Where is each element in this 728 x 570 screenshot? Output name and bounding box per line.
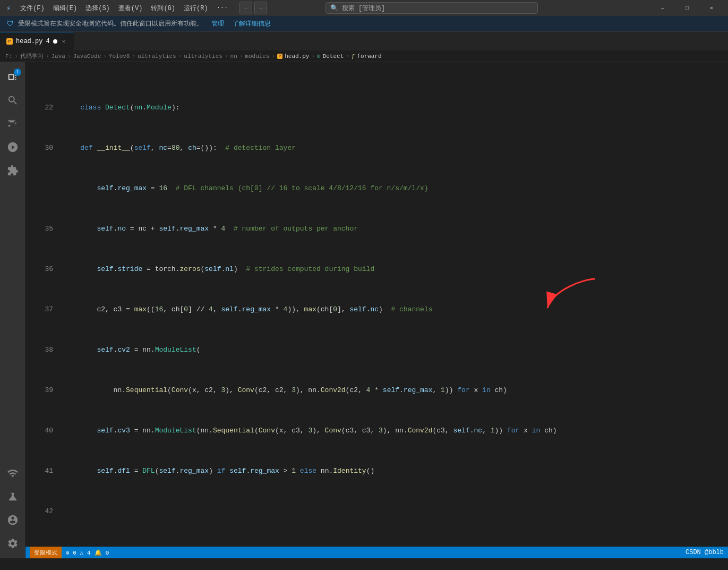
breadcrumb-folder-3: JavaCode [73, 53, 101, 59]
title-bar: ⚡ 文件(F) 编辑(E) 选择(S) 查看(V) 转到(G) 运行(R) ··… [0, 0, 728, 16]
errors-warnings[interactable]: ⊗ 0 △ 4 [66, 549, 90, 556]
settings-icon[interactable] [2, 533, 23, 554]
tab-bar: P head.py 4 ✕ [0, 32, 728, 50]
breadcrumb-folder-2: Java [51, 53, 65, 59]
line-number: 30 [32, 143, 59, 153]
nav-buttons: ← → [239, 2, 267, 14]
line-content: class Detect(nn.Module): [59, 103, 728, 113]
menu-more[interactable]: ··· [212, 2, 233, 14]
status-right: CSDN @bblb [686, 549, 724, 556]
restricted-mode-badge[interactable]: 受限模式 [30, 547, 62, 558]
line-content: self.no = nc + self.reg_max * 4 # number… [59, 224, 728, 234]
tab-number: 4 [46, 38, 49, 45]
menu-run[interactable]: 运行(R) [179, 2, 212, 15]
line-content: def __init__(self, nc=80, ch=()): # dete… [59, 143, 728, 153]
breadcrumb-py-icon: P [277, 54, 282, 59]
status-left: 受限模式 ⊗ 0 △ 4 🔔 0 [30, 547, 109, 558]
maximize-button[interactable]: □ [675, 0, 699, 16]
learn-more-link[interactable]: 了解详细信息 [233, 19, 271, 28]
code-lines[interactable]: 22 class Detect(nn.Module): 30 def __ini… [25, 62, 728, 558]
main-area: 1 [0, 62, 728, 558]
tab-close-button[interactable]: ✕ [61, 37, 67, 46]
nav-back-button[interactable]: ← [239, 2, 252, 14]
breadcrumb-folder-7: nn [230, 53, 237, 59]
breadcrumb-file: head.py [285, 53, 309, 59]
line-content: nn.Sequential(Conv(x, c2, 3), Conv(c2, c… [59, 385, 728, 395]
breadcrumb-class: Detect [323, 53, 344, 59]
error-count: ⊗ 0 △ 4 [66, 549, 90, 556]
breadcrumb-method-icon: ƒ [352, 53, 355, 59]
minimize-button[interactable]: — [650, 0, 675, 16]
run-debug-icon[interactable] [2, 137, 23, 158]
activity-bar: 1 [0, 62, 25, 558]
notification-count: 🔔 0 [95, 549, 109, 556]
line-number: 40 [32, 426, 59, 436]
menu-edit[interactable]: 编辑(E) [49, 2, 82, 15]
manage-link[interactable]: 管理 [211, 19, 224, 28]
breadcrumb-folder-1: 代码学习 [20, 52, 44, 60]
breadcrumb-drive: F: [5, 53, 12, 59]
window-controls: — □ ✕ [650, 0, 724, 16]
breadcrumb-folder-6: ultralytics [184, 53, 222, 59]
shield-icon: 🛡 [6, 20, 14, 28]
csdn-watermark: CSDN @bblb [686, 549, 724, 556]
tab-head-py[interactable]: P head.py 4 ✕ [0, 32, 74, 50]
python-file-icon: P [6, 38, 13, 45]
menu-goto[interactable]: 转到(G) [147, 2, 179, 15]
line-content: self.dfl = DFL(self.reg_max) if self.reg… [59, 466, 728, 476]
code-line-38: 38 self.cv2 = nn.ModuleList( [32, 345, 728, 355]
tab-modified-dot [53, 39, 57, 44]
code-line-22: 22 class Detect(nn.Module): [32, 103, 728, 113]
remote-icon[interactable] [2, 463, 23, 484]
code-line-41: 41 self.dfl = DFL(self.reg_max) if self.… [32, 466, 728, 476]
code-line-40: 40 self.cv3 = nn.ModuleList(nn.Sequentia… [32, 426, 728, 436]
line-content: self.stride = torch.zeros(self.nl) # str… [59, 264, 728, 274]
test-icon[interactable] [2, 486, 23, 507]
code-line-36: 36 self.stride = torch.zeros(self.nl) # … [32, 264, 728, 274]
breadcrumb: F: › 代码学习 › Java › JavaCode › Yolov8 › u… [0, 50, 728, 62]
code-line-37: 37 c2, c3 = max((16, ch[0] // 4, self.re… [32, 304, 728, 314]
line-content: self.reg_max = 16 # DFL channels (ch[0] … [59, 183, 728, 193]
activity-badge: 1 [14, 69, 21, 76]
code-editor[interactable]: 22 class Detect(nn.Module): 30 def __ini… [25, 62, 728, 558]
search-activity-icon[interactable] [2, 90, 23, 111]
account-icon[interactable] [2, 509, 23, 531]
line-number: 36 [32, 264, 59, 274]
menu-select[interactable]: 选择(S) [81, 2, 114, 15]
extensions-icon[interactable] [2, 160, 23, 181]
line-content: c2, c3 = max((16, ch[0] // 4, self.reg_m… [59, 304, 728, 314]
code-line-39: 39 nn.Sequential(Conv(x, c2, 3), Conv(c2… [32, 385, 728, 395]
search-bar[interactable]: 🔍 搜索 [管理员] [326, 2, 538, 14]
breadcrumb-folder-4: Yolov8 [109, 53, 130, 59]
app-icon: ⚡ [4, 4, 13, 12]
code-line-hidden: self.reg_max = 16 # DFL channels (ch[0] … [32, 183, 728, 193]
menu-bar: 文件(F) 编辑(E) 选择(S) 查看(V) 转到(G) 运行(R) ··· [16, 2, 232, 15]
line-number [32, 183, 59, 193]
menu-view[interactable]: 查看(V) [114, 2, 147, 15]
search-placeholder: 搜索 [管理员] [342, 4, 386, 13]
close-button[interactable]: ✕ [699, 0, 724, 16]
breadcrumb-folder-8: modules [245, 53, 269, 59]
line-number: 35 [32, 224, 59, 234]
line-number: 39 [32, 385, 59, 395]
line-content [59, 506, 728, 516]
code-line-30: 30 def __init__(self, nc=80, ch=()): # d… [32, 143, 728, 153]
security-bar: 🛡 受限模式旨在实现安全地浏览代码。信任此窗口以启用所有功能。 管理 了解详细信… [0, 16, 728, 32]
source-control-icon[interactable] [2, 113, 23, 134]
breadcrumb-folder-5: ultralytics [138, 53, 176, 59]
line-number: 37 [32, 304, 59, 314]
code-container: 22 class Detect(nn.Module): 30 def __ini… [25, 62, 728, 558]
line-number: 22 [32, 103, 59, 113]
search-icon: 🔍 [330, 4, 338, 12]
files-icon[interactable]: 1 [2, 66, 23, 88]
line-number: 42 [32, 506, 59, 516]
code-line-42: 42 [32, 506, 728, 516]
line-number: 38 [32, 345, 59, 355]
line-content: self.cv2 = nn.ModuleList( [59, 345, 728, 355]
status-bar: 受限模式 ⊗ 0 △ 4 🔔 0 CSDN @bblb [25, 547, 728, 558]
line-number: 41 [32, 466, 59, 476]
tab-filename: head.py [16, 38, 42, 45]
code-line-35: 35 self.no = nc + self.reg_max * 4 # num… [32, 224, 728, 234]
nav-forward-button[interactable]: → [254, 2, 267, 14]
menu-file[interactable]: 文件(F) [16, 2, 49, 15]
